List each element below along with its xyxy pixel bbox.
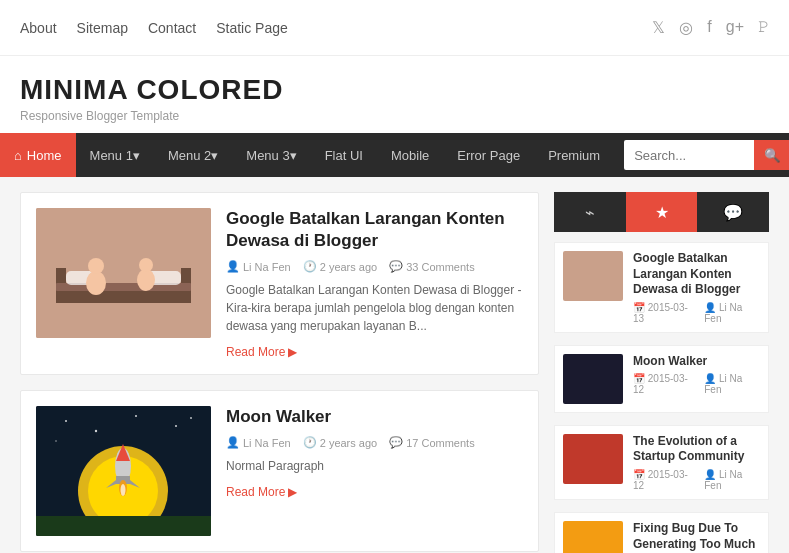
sidebar-post-4: Fixing Bug Due To Generating Too Much Tr… [554, 512, 769, 553]
post-title-2: Moon Walker [226, 406, 523, 428]
sidebar-post-1: Google Batalkan Larangan Konten Dewasa d… [554, 242, 769, 333]
top-nav-links: About Sitemap Contact Static Page [20, 12, 288, 44]
nav-flatui[interactable]: Flat UI [311, 133, 377, 177]
post-author-2: 👤 Li Na Fen [226, 436, 291, 449]
nav-link-contact[interactable]: Contact [148, 12, 196, 44]
nav-menu1[interactable]: Menu 1 ▾ [76, 133, 154, 177]
post-card-1: Google Batalkan Larangan Konten Dewasa d… [20, 192, 539, 375]
sidebar-post-info-2: Moon Walker 📅 2015-03-12 👤 Li Na Fen [633, 354, 760, 404]
nav-search-box: 🔍 [624, 140, 789, 170]
sidebar-post-info-4: Fixing Bug Due To Generating Too Much Tr… [633, 521, 760, 553]
main-nav-items: ⌂ Home Menu 1 ▾ Menu 2 ▾ Menu 3 ▾ Flat U… [0, 133, 614, 177]
post-excerpt-2: Normal Paragraph [226, 457, 523, 475]
sidebar-post-title-4: Fixing Bug Due To Generating Too Much Tr… [633, 521, 760, 553]
sidebar-post-meta-2: 📅 2015-03-12 👤 Li Na Fen [633, 373, 760, 395]
sidebar-post-info-3: The Evolution of a Startup Community 📅 2… [633, 434, 760, 491]
read-more-2[interactable]: Read More ▶ [226, 485, 523, 499]
main-posts: Google Batalkan Larangan Konten Dewasa d… [20, 192, 539, 553]
sidebar-post-author-2: 👤 Li Na Fen [704, 373, 760, 395]
nav-premium[interactable]: Premium [534, 133, 614, 177]
nav-menu1-label: Menu 1 [90, 148, 133, 163]
main-navigation: ⌂ Home Menu 1 ▾ Menu 2 ▾ Menu 3 ▾ Flat U… [0, 133, 789, 177]
sidebar-thumb-1 [563, 251, 623, 301]
sidebar-post-3: The Evolution of a Startup Community 📅 2… [554, 425, 769, 500]
post-comments-2: 💬 17 Comments [389, 436, 474, 449]
svg-point-16 [55, 440, 57, 442]
sidebar-post-info-1: Google Batalkan Larangan Konten Dewasa d… [633, 251, 760, 324]
sidebar-post-author-1: 👤 Li Na Fen [704, 302, 760, 324]
branding: MINIMA COLORED Responsive Blogger Templa… [0, 56, 789, 133]
svg-point-12 [65, 420, 67, 422]
facebook-icon[interactable]: f [707, 18, 711, 37]
post-author-1: 👤 Li Na Fen [226, 260, 291, 273]
nav-home[interactable]: ⌂ Home [0, 133, 76, 177]
svg-point-14 [135, 415, 137, 417]
nav-menu2[interactable]: Menu 2 ▾ [154, 133, 232, 177]
social-links: 𝕏 ◎ f g+ 𝙿 [652, 18, 769, 37]
sidebar-thumb-2 [563, 354, 623, 404]
sidebar-post-date-1: 📅 2015-03-13 [633, 302, 696, 324]
home-icon: ⌂ [14, 148, 22, 163]
content-area: Google Batalkan Larangan Konten Dewasa d… [0, 177, 789, 553]
sidebar-post-meta-3: 📅 2015-03-12 👤 Li Na Fen [633, 469, 760, 491]
post-time-2: 🕐 2 years ago [303, 436, 377, 449]
post-meta-1: 👤 Li Na Fen 🕐 2 years ago 💬 33 Comments [226, 260, 523, 273]
post-card-2: Moon Walker 👤 Li Na Fen 🕐 2 years ago 💬 … [20, 390, 539, 552]
sidebar-thumb-4 [563, 521, 623, 553]
sidebar-post-title-1: Google Batalkan Larangan Konten Dewasa d… [633, 251, 760, 298]
sidebar-tab-star[interactable]: ★ [626, 192, 698, 232]
sidebar-tabs: ⌁ ★ 💬 [554, 192, 769, 232]
nav-search-input[interactable] [624, 140, 754, 170]
instagram-icon[interactable]: ◎ [679, 18, 693, 37]
read-more-1[interactable]: Read More ▶ [226, 345, 523, 359]
nav-mobile[interactable]: Mobile [377, 133, 443, 177]
svg-point-8 [88, 258, 104, 274]
post-meta-2: 👤 Li Na Fen 🕐 2 years ago 💬 17 Comments [226, 436, 523, 449]
top-navigation: About Sitemap Contact Static Page 𝕏 ◎ f … [0, 0, 789, 56]
sidebar-post-title-3: The Evolution of a Startup Community [633, 434, 760, 465]
post-thumb-1 [36, 208, 211, 338]
sidebar-post-date-3: 📅 2015-03-12 [633, 469, 696, 491]
nav-link-about[interactable]: About [20, 12, 57, 44]
pinterest-icon[interactable]: 𝙿 [758, 18, 769, 37]
nav-menu3-label: Menu 3 [246, 148, 289, 163]
site-subtitle: Responsive Blogger Template [20, 109, 769, 123]
post-content-2: Moon Walker 👤 Li Na Fen 🕐 2 years ago 💬 … [226, 406, 523, 536]
post-time-1: 🕐 2 years ago [303, 260, 377, 273]
svg-point-9 [137, 269, 155, 291]
svg-point-27 [121, 484, 126, 496]
twitter-icon[interactable]: 𝕏 [652, 18, 665, 37]
sidebar-post-meta-1: 📅 2015-03-13 👤 Li Na Fen [633, 302, 760, 324]
googleplus-icon[interactable]: g+ [726, 18, 744, 37]
nav-link-static[interactable]: Static Page [216, 12, 288, 44]
svg-point-7 [86, 271, 106, 295]
nav-home-label: Home [27, 148, 62, 163]
nav-errorpage[interactable]: Error Page [443, 133, 534, 177]
sidebar-post-2: Moon Walker 📅 2015-03-12 👤 Li Na Fen [554, 345, 769, 413]
nav-search-button[interactable]: 🔍 [754, 140, 789, 170]
svg-rect-20 [36, 516, 211, 536]
post-thumb-2 [36, 406, 211, 536]
sidebar-tab-rss[interactable]: ⌁ [554, 192, 626, 232]
sidebar-post-title-2: Moon Walker [633, 354, 760, 370]
nav-menu2-label: Menu 2 [168, 148, 211, 163]
post-title-1: Google Batalkan Larangan Konten Dewasa d… [226, 208, 523, 252]
svg-point-17 [190, 417, 192, 419]
sidebar-post-author-3: 👤 Li Na Fen [704, 469, 760, 491]
sidebar-tab-chat[interactable]: 💬 [697, 192, 769, 232]
svg-point-13 [95, 430, 97, 432]
site-title: MINIMA COLORED [20, 74, 769, 106]
post-comments-1: 💬 33 Comments [389, 260, 474, 273]
sidebar-thumb-3 [563, 434, 623, 484]
post-content-1: Google Batalkan Larangan Konten Dewasa d… [226, 208, 523, 359]
post-excerpt-1: Google Batalkan Larangan Konten Dewasa d… [226, 281, 523, 335]
svg-point-15 [175, 425, 177, 427]
sidebar-post-date-2: 📅 2015-03-12 [633, 373, 696, 395]
nav-menu3[interactable]: Menu 3 ▾ [232, 133, 310, 177]
sidebar: ⌁ ★ 💬 Google Batalkan Larangan Konten De… [554, 192, 769, 553]
svg-point-10 [139, 258, 153, 272]
nav-link-sitemap[interactable]: Sitemap [77, 12, 128, 44]
